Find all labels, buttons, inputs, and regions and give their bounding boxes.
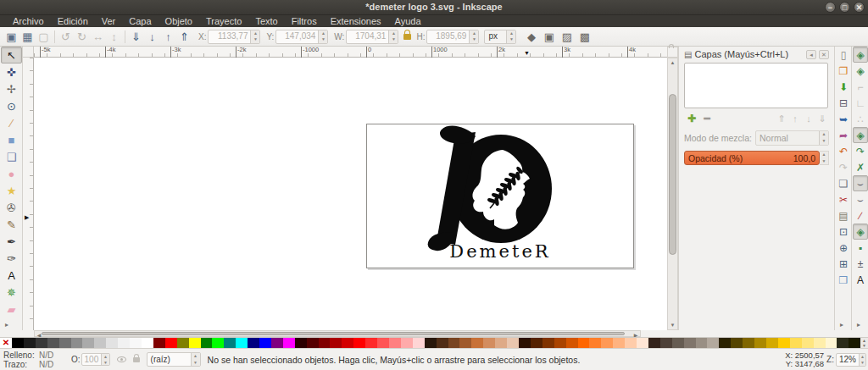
menu-item[interactable]: Edición: [52, 15, 94, 27]
cut-button[interactable]: ✂: [836, 191, 851, 207]
opacity-stepper[interactable]: ▲▼: [820, 151, 829, 165]
current-layer-select[interactable]: (raíz) ▲▼: [147, 352, 201, 367]
separator[interactable]: [122, 29, 128, 45]
opacity-slider[interactable]: Opacidad (%) 100,0: [684, 151, 820, 165]
vertical-scrollbar[interactable]: ▲ ▼: [667, 58, 678, 330]
y-field[interactable]: 147,034▲▼: [275, 30, 328, 44]
remove-layer-button[interactable]: ━: [699, 113, 715, 125]
h-stepper[interactable]: ▲▼: [469, 30, 478, 43]
layer-to-bottom-button[interactable]: ⇓: [815, 113, 829, 125]
fill-value[interactable]: N/D: [39, 351, 63, 360]
deselect-button[interactable]: ▢: [36, 29, 52, 45]
move-patterns-toggle[interactable]: ▩: [576, 29, 593, 45]
snap-bbox-edges-button[interactable]: ⌐: [853, 79, 868, 95]
menu-item[interactable]: Capa: [123, 15, 157, 27]
ellipse-tool[interactable]: ●: [1, 165, 22, 182]
layer-lock-icon[interactable]: [133, 357, 140, 362]
zoom-tool[interactable]: ⊙: [1, 97, 22, 114]
menu-item[interactable]: Trayecto: [200, 15, 248, 27]
snap-bbox-button[interactable]: ◈: [853, 63, 868, 79]
scale-stroke-toggle[interactable]: ◆: [523, 29, 539, 45]
redo-button[interactable]: ↷: [836, 159, 851, 175]
menu-item[interactable]: Objeto: [159, 15, 198, 27]
layer-to-top-button[interactable]: ⇑: [775, 113, 788, 125]
selector-tool[interactable]: ↖: [1, 47, 22, 64]
x-stepper[interactable]: ▲▼: [250, 30, 259, 43]
select-all-button[interactable]: ▣: [3, 29, 19, 45]
raise-to-top-button[interactable]: ⇑: [176, 29, 192, 45]
scroll-down-arrow[interactable]: ▼: [668, 323, 677, 328]
horizontal-scroll-thumb[interactable]: [42, 332, 625, 335]
snap-bbox-corners-button[interactable]: ∟: [853, 95, 868, 111]
vertical-scroll-thumb[interactable]: [669, 94, 676, 255]
stroke-value[interactable]: N/D: [39, 360, 63, 369]
unit-stepper[interactable]: ▲▼: [506, 30, 515, 43]
canvas[interactable]: DemeteR: [34, 58, 667, 330]
node-tool[interactable]: ✜: [1, 64, 22, 80]
snap-paths-button[interactable]: ↷: [853, 143, 868, 159]
export-button[interactable]: ➦: [836, 127, 851, 143]
bezier-pen-tool[interactable]: ✒: [1, 233, 22, 250]
new-document-button[interactable]: ▯: [836, 47, 851, 63]
object-opacity-field[interactable]: 100▲▼: [81, 353, 110, 366]
w-stepper[interactable]: ▲▼: [388, 30, 398, 43]
unit-select[interactable]: px ▲▼: [484, 30, 516, 44]
zoom-drawing-button[interactable]: ⊕: [836, 240, 851, 256]
menu-item[interactable]: Texto: [249, 15, 283, 27]
paste-button[interactable]: ▤: [836, 207, 851, 224]
toolbox-overflow-arrow[interactable]: ▸: [5, 321, 8, 329]
snap-cusp-nodes-button[interactable]: ⌣: [853, 175, 868, 191]
w-field[interactable]: 1704,31▲▼: [346, 30, 398, 44]
3dbox-tool[interactable]: ❑: [1, 148, 22, 165]
menu-item[interactable]: Ayuda: [389, 15, 427, 27]
menu-item[interactable]: Extensiones: [325, 15, 387, 27]
move-gradients-toggle[interactable]: ▨: [559, 29, 575, 45]
horizontal-ruler[interactable]: -5k-4k-3k-2k-1000010002k3k4k ▼: [34, 47, 667, 58]
scale-corners-toggle[interactable]: ▣: [541, 29, 557, 45]
open-file-button[interactable]: ❐: [836, 63, 851, 79]
print-button[interactable]: ⊟: [836, 95, 851, 111]
copy-button[interactable]: ❏: [836, 175, 851, 191]
layer-visibility-icon[interactable]: [117, 356, 126, 362]
snap-others-button[interactable]: ◈: [853, 224, 868, 240]
save-button[interactable]: ⬇: [836, 79, 851, 95]
lower-button[interactable]: ↓: [144, 29, 160, 45]
close-button[interactable]: ✕: [854, 2, 865, 13]
snap-bbox-midpoints-button[interactable]: ∴: [853, 111, 868, 127]
measure-tool[interactable]: ∕: [1, 114, 22, 131]
svg-page[interactable]: DemeteR: [366, 124, 634, 268]
layer-list[interactable]: [684, 63, 828, 108]
snap-smooth-nodes-button[interactable]: ⌣: [853, 191, 868, 207]
snap-rotation-center-button[interactable]: ±: [853, 256, 868, 272]
spray-tool[interactable]: ✵: [1, 284, 22, 301]
zoom-field[interactable]: 12%▲▼: [836, 353, 866, 367]
flip-horizontal-button[interactable]: ↔: [90, 29, 106, 45]
snap-text-baseline-button[interactable]: A: [853, 272, 868, 288]
tweak-tool[interactable]: ✢: [1, 80, 22, 97]
select-all-layers-button[interactable]: ▦: [19, 29, 36, 45]
zoom-page-button[interactable]: ⊞: [836, 256, 851, 272]
sticky-zoom-button[interactable]: [667, 47, 678, 58]
star-tool[interactable]: ★: [1, 182, 22, 199]
raise-button[interactable]: ↑: [160, 29, 176, 45]
menu-item[interactable]: Archivo: [7, 15, 50, 27]
pencil-tool[interactable]: ✎: [1, 216, 22, 233]
flip-vertical-button[interactable]: ↕: [106, 29, 122, 45]
rectangle-tool[interactable]: ■: [1, 131, 22, 148]
lower-to-bottom-button[interactable]: ⇓: [128, 29, 144, 45]
layer-lower-button[interactable]: ↓: [802, 113, 815, 125]
snap-nodes-button[interactable]: ◈: [853, 127, 868, 143]
commands-overflow-arrow[interactable]: ▸: [840, 321, 843, 329]
eraser-tool[interactable]: ▰: [1, 301, 22, 318]
layer-raise-button[interactable]: ↑: [788, 113, 802, 125]
x-field[interactable]: 1133,77▲▼: [208, 30, 260, 44]
duplicate-button[interactable]: ❒: [836, 272, 851, 288]
minimize-button[interactable]: −: [825, 2, 836, 13]
menu-item[interactable]: Filtros: [286, 15, 323, 27]
add-layer-button[interactable]: ✚: [684, 113, 699, 125]
h-field[interactable]: 1895,69▲▼: [426, 30, 479, 44]
no-color-swatch[interactable]: ✕: [0, 338, 12, 348]
lock-ratio-icon[interactable]: [403, 34, 411, 40]
maximize-button[interactable]: □: [839, 2, 850, 13]
vertical-ruler[interactable]: ▶: [23, 58, 34, 330]
